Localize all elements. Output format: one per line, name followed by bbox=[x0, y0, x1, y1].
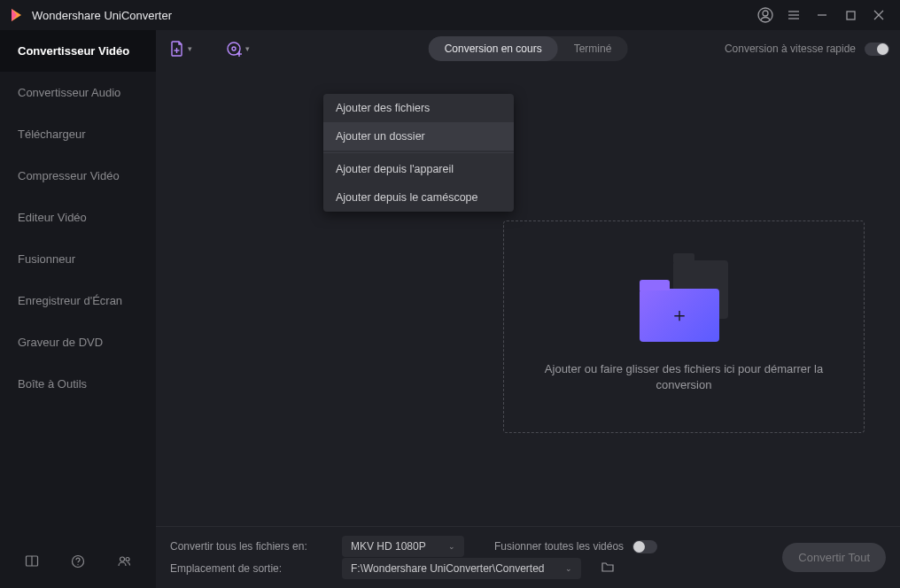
add-disc-button[interactable]: ▾ bbox=[224, 38, 252, 59]
sidebar-item-screen-recorder[interactable]: Enregistreur d'Écran bbox=[0, 280, 156, 321]
dropzone[interactable]: ＋ Ajouter ou faire glisser des fichiers … bbox=[503, 220, 865, 433]
chevron-down-icon: ⌄ bbox=[565, 564, 572, 573]
add-file-button[interactable]: ▾ bbox=[167, 38, 194, 59]
output-format-value: MKV HD 1080P bbox=[351, 540, 426, 553]
menu-item-add-files[interactable]: Ajouter des fichiers bbox=[323, 94, 514, 122]
toolbar: ▾ ▾ Conversion en cours Terminé Conversi… bbox=[156, 30, 900, 67]
convert-all-button[interactable]: Convertir Tout bbox=[782, 543, 886, 572]
conversion-tabs: Conversion en cours Terminé bbox=[429, 36, 628, 61]
svg-point-12 bbox=[77, 564, 78, 565]
sidebar-bottom-icons bbox=[0, 538, 156, 588]
svg-rect-6 bbox=[847, 12, 855, 19]
svg-point-1 bbox=[763, 11, 768, 16]
add-folder-icon: ＋ bbox=[640, 260, 728, 342]
sidebar: Convertisseur Vidéo Convertisseur Audio … bbox=[0, 30, 156, 588]
output-location-label: Emplacement de sortie: bbox=[170, 562, 330, 575]
sidebar-item-merger[interactable]: Fusionneur bbox=[0, 238, 156, 280]
svg-point-18 bbox=[232, 47, 236, 50]
sidebar-item-audio-converter[interactable]: Convertisseur Audio bbox=[0, 72, 156, 113]
feedback-icon[interactable] bbox=[113, 551, 135, 572]
sidebar-item-dvd-burner[interactable]: Graveur de DVD bbox=[0, 321, 156, 363]
sidebar-item-downloader[interactable]: Téléchargeur bbox=[0, 113, 156, 155]
maximize-icon[interactable] bbox=[836, 0, 865, 30]
titlebar: Wondershare UniConverter bbox=[0, 0, 900, 30]
chevron-down-icon: ▾ bbox=[245, 44, 250, 53]
content-area: ＋ Ajouter ou faire glisser des fichiers … bbox=[156, 67, 900, 526]
menu-item-add-from-device[interactable]: Ajouter depuis l'appareil bbox=[323, 155, 514, 183]
guide-icon[interactable] bbox=[21, 551, 43, 572]
sidebar-item-video-compressor[interactable]: Compresseur Vidéo bbox=[0, 155, 156, 197]
output-path-select[interactable]: F:\Wondershare UniConverter\Converted ⌄ bbox=[342, 558, 581, 579]
tab-in-progress[interactable]: Conversion en cours bbox=[429, 36, 558, 61]
menu-icon[interactable] bbox=[780, 0, 808, 30]
menu-item-add-from-camcorder[interactable]: Ajouter depuis le caméscope bbox=[323, 183, 514, 212]
app-title: Wondershare UniConverter bbox=[32, 9, 172, 22]
add-file-dropdown-menu: Ajouter des fichiers Ajouter un dossier … bbox=[323, 94, 514, 212]
tab-done[interactable]: Terminé bbox=[558, 36, 628, 61]
close-icon[interactable] bbox=[865, 0, 893, 30]
chevron-down-icon: ▾ bbox=[188, 44, 192, 53]
sidebar-item-video-converter[interactable]: Convertisseur Vidéo bbox=[0, 30, 156, 72]
sidebar-item-toolbox[interactable]: Boîte à Outils bbox=[0, 363, 156, 405]
high-speed-toggle[interactable] bbox=[865, 43, 889, 56]
high-speed-label: Conversion à vitesse rapide bbox=[725, 43, 856, 55]
merge-toggle[interactable] bbox=[632, 540, 657, 553]
bottom-bar: Convertir tous les fichiers en: MKV HD 1… bbox=[156, 526, 900, 588]
app-logo-icon bbox=[7, 6, 25, 24]
svg-point-17 bbox=[228, 43, 240, 55]
menu-item-add-folder[interactable]: Ajouter un dossier bbox=[323, 122, 514, 151]
merge-label: Fusionner toutes les vidéos bbox=[494, 540, 624, 553]
help-icon[interactable] bbox=[67, 551, 89, 572]
dropzone-text: Ajouter ou faire glisser des fichiers ic… bbox=[529, 361, 839, 393]
convert-all-label: Convertir tous les fichiers en: bbox=[170, 540, 330, 553]
svg-point-13 bbox=[120, 557, 124, 561]
open-folder-icon[interactable] bbox=[601, 560, 615, 576]
main-panel: ▾ ▾ Conversion en cours Terminé Conversi… bbox=[156, 30, 900, 588]
menu-separator bbox=[323, 152, 514, 153]
account-icon[interactable] bbox=[751, 0, 780, 30]
output-format-select[interactable]: MKV HD 1080P ⌄ bbox=[342, 536, 464, 557]
minimize-icon[interactable] bbox=[808, 0, 836, 30]
sidebar-item-video-editor[interactable]: Editeur Vidéo bbox=[0, 197, 156, 238]
chevron-down-icon: ⌄ bbox=[448, 542, 455, 551]
high-speed-toggle-row: Conversion à vitesse rapide bbox=[725, 43, 889, 56]
svg-point-14 bbox=[126, 557, 129, 561]
output-path-value: F:\Wondershare UniConverter\Converted bbox=[351, 562, 545, 575]
